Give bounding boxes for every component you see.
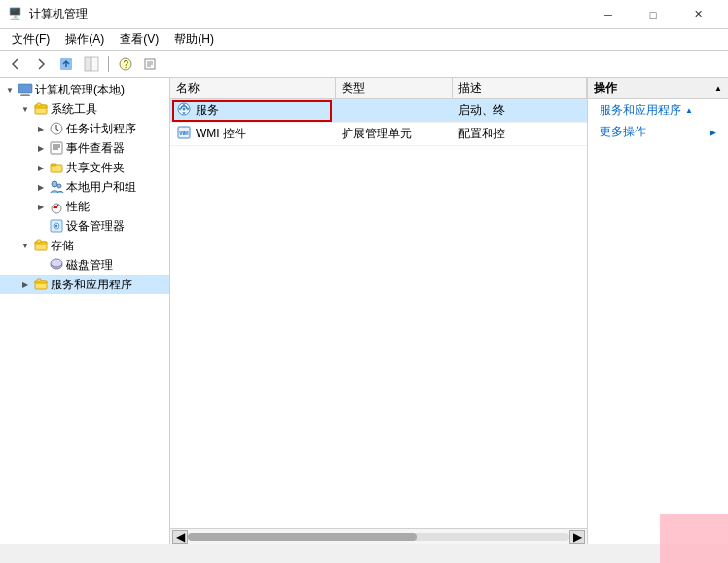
svg-text:M: M [183,130,189,136]
actions-more-actions[interactable]: 更多操作 [588,121,728,142]
maximize-button[interactable]: □ [631,0,675,29]
svg-text:?: ? [124,59,129,70]
actions-panel: 操作 ▲ 服务和应用程序 ▲ 更多操作 [587,78,728,544]
scroll-left-button[interactable]: ◀ [172,530,188,544]
tree-system-tools-label: 系统工具 [51,101,97,118]
export-button[interactable] [139,54,163,75]
title-text: 计算机管理 [29,6,88,22]
storage-icon [33,238,49,253]
help-button[interactable]: ? [114,54,137,75]
tree-shared-folders[interactable]: 共享文件夹 [0,158,169,177]
system-tools-expand-icon [18,101,33,117]
task-scheduler-expand-icon [33,121,49,136]
content-panel: 名称 类型 描述 服务 启 [170,78,587,544]
status-bar [0,544,728,563]
menu-action[interactable]: 操作(A) [57,29,112,50]
tree-device-manager[interactable]: ▶ 设备管理器 [0,216,169,236]
services-cell-type [336,99,453,122]
actions-section-title-arrow: ▲ [685,106,693,115]
up-button[interactable] [55,54,78,75]
back-button[interactable] [4,54,27,75]
local-users-icon [49,179,64,195]
event-viewer-icon [49,140,64,156]
show-hide-tree-button[interactable] [80,54,103,75]
tree-performance[interactable]: 性能 [0,197,169,216]
menu-help[interactable]: 帮助(H) [166,29,222,50]
tree-services-apps-label: 服务和应用程序 [51,277,132,293]
svg-point-32 [183,108,186,111]
menu-file[interactable]: 文件(F) [4,29,57,50]
tree-event-viewer-label: 事件查看器 [66,140,125,157]
svg-rect-1 [85,57,91,71]
scroll-right-button[interactable]: ▶ [569,530,585,544]
svg-point-16 [52,181,57,187]
actions-section-title[interactable]: 服务和应用程序 ▲ [588,99,728,121]
storage-expand-icon [18,238,33,253]
svg-rect-11 [37,103,41,106]
scrollbar-track[interactable] [188,533,569,541]
wmi-cell-name: W M WMI 控件 [170,123,336,145]
actions-header[interactable]: 操作 ▲ [588,78,728,99]
col-header-type[interactable]: 类型 [336,78,453,98]
svg-rect-7 [21,94,29,95]
svg-point-27 [51,259,62,267]
actions-header-arrow: ▲ [714,84,722,93]
tree-device-manager-label: 设备管理器 [66,218,125,235]
toolbar: ? [0,51,728,78]
tree-local-users-label: 本地用户和组 [66,179,136,196]
minimize-button[interactable]: ─ [586,0,631,29]
svg-rect-13 [51,142,62,154]
services-cell-name: 服务 [170,99,336,122]
close-button[interactable]: ✕ [675,0,720,29]
actions-more-actions-arrow [710,125,716,138]
title-bar-left: 🖥️ 计算机管理 [8,6,88,22]
actions-section-title-text: 服务和应用程序 [600,102,681,119]
system-tools-icon [33,101,49,117]
col-header-name[interactable]: 名称 [170,78,336,98]
scrollbar-thumb[interactable] [188,533,417,541]
tree-panel[interactable]: 计算机管理(本地) 系统工具 [0,78,170,544]
tree-storage[interactable]: 存储 [0,236,169,255]
tree-root[interactable]: 计算机管理(本地) [0,80,169,99]
services-name-text: 服务 [196,102,219,119]
actions-more-actions-label: 更多操作 [600,124,646,140]
tree-services-apps[interactable]: 服务和应用程序 [0,275,169,294]
menu-view[interactable]: 查看(V) [112,29,166,50]
tree-task-scheduler-label: 任务计划程序 [66,121,136,137]
tree-event-viewer[interactable]: 事件查看器 [0,138,169,158]
menu-bar: 文件(F) 操作(A) 查看(V) 帮助(H) [0,29,728,51]
computer-icon [18,82,33,97]
tree-root-expand-icon [2,82,18,97]
tree-shared-folders-label: 共享文件夹 [66,160,125,176]
tree-local-users[interactable]: 本地用户和组 [0,177,169,197]
services-cell-desc: 启动、终 [453,99,587,122]
svg-rect-15 [51,164,56,166]
services-icon [176,101,192,120]
tree-disk-management[interactable]: ▶ 磁盘管理 [0,255,169,275]
col-header-desc[interactable]: 描述 [453,78,587,98]
tree-disk-management-label: 磁盘管理 [66,257,113,274]
toolbar-separator-1 [108,56,109,72]
disk-management-icon [49,257,64,273]
wmi-name-text: WMI 控件 [196,126,246,142]
local-users-expand-icon [33,179,49,195]
services-row[interactable]: 服务 启动、终 [170,99,587,123]
forward-button[interactable] [29,54,53,75]
task-scheduler-icon [49,121,64,136]
svg-rect-8 [20,95,30,96]
content-header: 名称 类型 描述 [170,78,587,99]
svg-rect-30 [37,279,41,282]
svg-rect-2 [91,57,98,71]
main-area: 计算机管理(本地) 系统工具 [0,78,728,544]
horizontal-scrollbar[interactable]: ◀ ▶ [170,528,587,544]
performance-icon [49,199,64,214]
services-apps-icon [33,277,49,292]
tree-system-tools[interactable]: 系统工具 [0,99,169,119]
tree-storage-label: 存储 [51,238,74,254]
app-icon: 🖥️ [8,7,23,22]
wmi-icon: W M [176,125,192,143]
services-apps-expand-icon [18,277,33,292]
actions-header-text: 操作 [594,80,617,96]
tree-task-scheduler[interactable]: 任务计划程序 [0,119,169,138]
wmi-row[interactable]: W M WMI 控件 扩展管理单元 配置和控 [170,123,587,146]
